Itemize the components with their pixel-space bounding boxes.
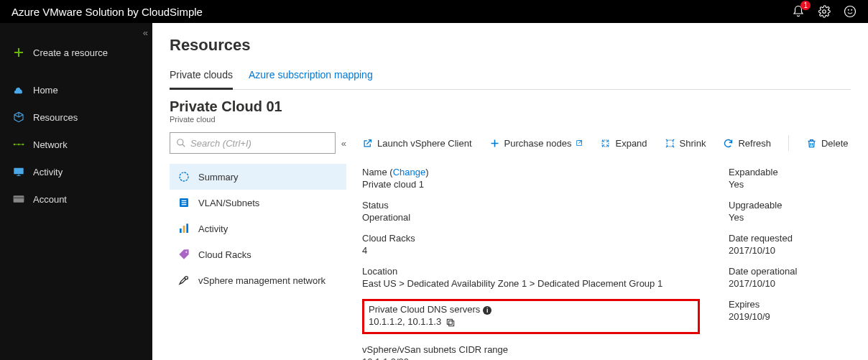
purchase-nodes-label: Purchase nodes [504, 138, 572, 149]
create-resource-button[interactable]: Create a resource [0, 39, 152, 66]
svg-rect-7 [14, 168, 23, 175]
refresh-icon [723, 138, 734, 149]
side-vlan-label: VLAN/Subnets [198, 198, 259, 208]
resource-title: Private Cloud 01 [170, 98, 851, 115]
side-activity-label: Activity [198, 223, 228, 234]
tag-icon [178, 249, 190, 260]
detail-cidr: vSphere/vSan subnets CIDR range 10.1.1.0… [362, 344, 700, 360]
nav-network[interactable]: Network [0, 131, 152, 158]
notification-badge: 1 [800, 1, 811, 10]
nav-home-label: Home [33, 85, 58, 96]
svg-point-3 [851, 9, 852, 10]
notifications-button[interactable]: 1 [792, 5, 805, 18]
resource-subtitle: Private cloud [170, 115, 851, 124]
settings-button[interactable] [818, 5, 831, 18]
plus-icon [489, 138, 500, 149]
nav-home[interactable]: Home [0, 76, 152, 103]
svg-rect-13 [182, 200, 187, 201]
svg-point-5 [18, 144, 20, 146]
plus-icon [13, 47, 24, 58]
shrink-icon [665, 138, 675, 149]
detail-name-value: Private cloud 1 [362, 179, 700, 190]
tabs: Private clouds Azure subscription mappin… [170, 65, 851, 90]
shrink-button[interactable]: Shrink [665, 138, 706, 149]
delete-button[interactable]: Delete [806, 138, 849, 149]
svg-rect-14 [182, 202, 187, 203]
detail-upgradeable: Upgradeable Yes [729, 200, 851, 223]
nav-resources[interactable]: Resources [0, 103, 152, 131]
side-racks-label: Cloud Racks [198, 249, 251, 260]
summary-icon [178, 171, 190, 183]
side-racks[interactable]: Cloud Racks [170, 241, 346, 267]
tab-subscription-mapping[interactable]: Azure subscription mapping [249, 65, 373, 89]
side-activity[interactable]: Activity [170, 216, 346, 241]
cube-icon [13, 111, 24, 123]
main-content: Resources Private clouds Azure subscript… [152, 23, 868, 360]
popout-icon [576, 139, 583, 147]
create-resource-label: Create a resource [33, 47, 108, 58]
detail-cloud-racks: Cloud Racks 4 [362, 233, 700, 256]
shrink-label: Shrink [680, 138, 706, 149]
copy-button[interactable] [445, 318, 456, 328]
svg-point-4 [14, 144, 16, 146]
change-name-link[interactable]: Change [393, 167, 426, 177]
side-vsphere-label: vSphere management network [198, 275, 326, 286]
sidepanel-collapse-button[interactable]: « [341, 138, 346, 149]
side-summary-label: Summary [198, 172, 239, 183]
expand-icon [600, 138, 611, 149]
app-title: Azure VMware Solution by CloudSimple [11, 6, 203, 18]
card-icon [13, 193, 24, 205]
svg-point-19 [185, 251, 187, 253]
purchase-nodes-button[interactable]: Purchase nodes [489, 138, 583, 149]
topbar: Azure VMware Solution by CloudSimple 1 [0, 0, 868, 23]
side-vsphere-network[interactable]: vSphere management network [170, 267, 346, 293]
svg-rect-17 [183, 226, 185, 233]
detail-dns-servers: Private Cloud DNS serversi 10.1.1.2, 10.… [369, 304, 693, 328]
expand-button[interactable]: Expand [600, 138, 647, 149]
detail-date-operational: Date operational 2017/10/10 [729, 266, 851, 289]
search-placeholder: Search (Ctrl+I) [190, 138, 251, 149]
side-vlan[interactable]: VLAN/Subnets [170, 190, 346, 216]
side-summary[interactable]: Summary [170, 164, 346, 190]
topbar-actions: 1 [792, 5, 857, 18]
svg-rect-15 [182, 204, 187, 205]
nav-account[interactable]: Account [0, 185, 152, 213]
wrench-icon [178, 274, 190, 286]
expand-label: Expand [615, 138, 647, 149]
detail-pane: Launch vSphere Client Purchase nodes Exp… [346, 132, 851, 360]
svg-rect-25 [448, 319, 453, 324]
svg-point-2 [848, 9, 849, 10]
trash-icon [806, 138, 817, 149]
cloud-icon [13, 84, 24, 96]
network-icon [13, 139, 24, 150]
resource-sidepanel: Search (Ctrl+I) « Summary VLAN/Subnets A… [170, 132, 346, 360]
svg-point-11 [180, 172, 188, 181]
svg-point-0 [823, 10, 826, 14]
detail-expandable: Expandable Yes [729, 167, 851, 190]
svg-rect-24 [449, 320, 454, 326]
leftnav-collapse-button[interactable]: « [143, 27, 148, 38]
nav-resources-label: Resources [33, 112, 78, 123]
svg-point-6 [22, 144, 24, 146]
svg-point-1 [845, 6, 856, 17]
search-icon [176, 138, 186, 148]
nav-activity[interactable]: Activity [0, 158, 152, 185]
detail-location: Location East US > Dedicated Availabilit… [362, 266, 700, 289]
feedback-button[interactable] [844, 5, 857, 18]
launch-vsphere-button[interactable]: Launch vSphere Client [362, 138, 472, 149]
tab-private-clouds[interactable]: Private clouds [170, 65, 233, 90]
detail-name: Name (Change) Private cloud 1 [362, 167, 700, 190]
left-navigation: « Create a resource Home Resources Netwo… [0, 23, 152, 360]
info-icon[interactable]: i [483, 306, 491, 315]
svg-point-10 [177, 139, 183, 145]
activity-icon [178, 223, 190, 234]
monitor-icon [13, 166, 24, 177]
nav-network-label: Network [33, 139, 68, 150]
detail-status: Status Operational [362, 200, 700, 223]
nav-account-label: Account [33, 194, 67, 205]
delete-label: Delete [821, 138, 849, 149]
search-input[interactable]: Search (Ctrl+I) [170, 132, 336, 154]
detail-expires: Expires 2019/10/9 [729, 299, 851, 322]
svg-rect-23 [667, 140, 673, 147]
refresh-button[interactable]: Refresh [723, 138, 771, 149]
